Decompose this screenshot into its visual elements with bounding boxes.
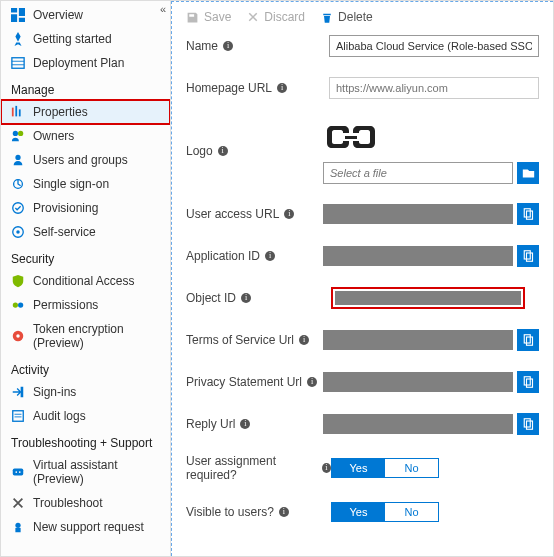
nav-virtual-assistant[interactable]: Virtual assistant (Preview) bbox=[1, 453, 170, 491]
homepage-input[interactable] bbox=[329, 77, 539, 99]
collapse-icon[interactable]: « bbox=[160, 3, 166, 15]
overview-icon bbox=[11, 8, 25, 22]
info-icon[interactable]: i bbox=[322, 463, 331, 473]
token-icon bbox=[11, 329, 25, 343]
nav-self-service[interactable]: Self-service bbox=[1, 220, 170, 244]
svg-point-24 bbox=[15, 523, 20, 528]
svg-rect-21 bbox=[13, 469, 24, 476]
svg-rect-30 bbox=[524, 335, 530, 343]
nav-label: New support request bbox=[33, 520, 144, 534]
svg-rect-5 bbox=[19, 109, 21, 116]
copy-button[interactable] bbox=[517, 371, 539, 393]
nav-new-support[interactable]: New support request bbox=[1, 515, 170, 539]
copy-button[interactable] bbox=[517, 245, 539, 267]
info-icon[interactable]: i bbox=[241, 293, 251, 303]
svg-point-13 bbox=[13, 302, 18, 307]
tos-value bbox=[323, 330, 513, 350]
nav-signins[interactable]: Sign-ins bbox=[1, 380, 170, 404]
plan-icon bbox=[11, 56, 25, 70]
user-access-label: User access URL bbox=[186, 207, 279, 221]
logo-preview bbox=[323, 118, 379, 156]
nav-users-groups[interactable]: Users and groups bbox=[1, 148, 170, 172]
logo-file-input[interactable] bbox=[323, 162, 513, 184]
info-icon[interactable]: i bbox=[277, 83, 287, 93]
info-icon[interactable]: i bbox=[240, 419, 250, 429]
svg-rect-32 bbox=[524, 377, 530, 385]
toggle-no[interactable]: No bbox=[385, 503, 438, 521]
nav-label: Getting started bbox=[33, 32, 112, 46]
svg-rect-33 bbox=[527, 379, 533, 387]
section-security: Security bbox=[1, 244, 170, 269]
privacy-value bbox=[323, 372, 513, 392]
nav-label: Permissions bbox=[33, 298, 98, 312]
info-icon[interactable]: i bbox=[307, 377, 317, 387]
svg-point-22 bbox=[15, 471, 17, 473]
nav-label: Self-service bbox=[33, 225, 96, 239]
properties-form: Namei Homepage URLi Logoi bbox=[172, 34, 553, 524]
nav-sso[interactable]: Single sign-on bbox=[1, 172, 170, 196]
copy-button[interactable] bbox=[517, 203, 539, 225]
svg-rect-0 bbox=[12, 58, 24, 69]
svg-rect-31 bbox=[527, 337, 533, 345]
app-id-label: Application ID bbox=[186, 249, 260, 263]
name-input[interactable] bbox=[329, 35, 539, 57]
privacy-label: Privacy Statement Url bbox=[186, 375, 302, 389]
assistant-icon bbox=[11, 465, 25, 479]
nav-conditional-access[interactable]: Conditional Access bbox=[1, 269, 170, 293]
user-access-value bbox=[323, 204, 513, 224]
svg-rect-25 bbox=[15, 528, 20, 532]
users-groups-icon bbox=[11, 153, 25, 167]
nav-deployment-plan[interactable]: Deployment Plan bbox=[1, 51, 170, 75]
toggle-yes[interactable]: Yes bbox=[332, 503, 385, 521]
nav-label: Properties bbox=[33, 105, 88, 119]
browse-button[interactable] bbox=[517, 162, 539, 184]
svg-point-8 bbox=[15, 155, 20, 160]
nav-permissions[interactable]: Permissions bbox=[1, 293, 170, 317]
nav-label: Token encryption (Preview) bbox=[33, 322, 162, 350]
toggle-no[interactable]: No bbox=[385, 459, 438, 477]
info-icon[interactable]: i bbox=[299, 335, 309, 345]
info-icon[interactable]: i bbox=[279, 507, 289, 517]
discard-button[interactable]: Discard bbox=[247, 10, 305, 24]
properties-icon bbox=[11, 105, 25, 119]
svg-point-23 bbox=[19, 471, 21, 473]
rocket-icon bbox=[11, 32, 25, 46]
save-button[interactable]: Save bbox=[186, 10, 231, 24]
nav-token-encryption[interactable]: Token encryption (Preview) bbox=[1, 317, 170, 355]
reply-value bbox=[323, 414, 513, 434]
audit-icon bbox=[11, 409, 25, 423]
nav-provisioning[interactable]: Provisioning bbox=[1, 196, 170, 220]
reply-label: Reply Url bbox=[186, 417, 235, 431]
nav-label: Overview bbox=[33, 8, 83, 22]
nav-properties[interactable]: Properties bbox=[1, 100, 170, 124]
svg-rect-27 bbox=[527, 211, 533, 219]
delete-button[interactable]: Delete bbox=[321, 10, 373, 24]
info-icon[interactable]: i bbox=[218, 146, 228, 156]
nav-overview[interactable]: Overview bbox=[1, 3, 170, 27]
support-icon bbox=[11, 520, 25, 534]
section-support: Troubleshooting + Support bbox=[1, 428, 170, 453]
copy-button[interactable] bbox=[517, 413, 539, 435]
main-panel: Save Discard Delete Namei Homepage URLi bbox=[171, 1, 553, 556]
nav-getting-started[interactable]: Getting started bbox=[1, 27, 170, 51]
delete-icon bbox=[321, 11, 333, 24]
object-id-highlight bbox=[331, 287, 525, 309]
info-icon[interactable]: i bbox=[284, 209, 294, 219]
copy-button[interactable] bbox=[517, 329, 539, 351]
toggle-yes[interactable]: Yes bbox=[332, 459, 385, 477]
nav-troubleshoot[interactable]: Troubleshoot bbox=[1, 491, 170, 515]
info-icon[interactable]: i bbox=[223, 41, 233, 51]
nav-label: Provisioning bbox=[33, 201, 98, 215]
nav-audit-logs[interactable]: Audit logs bbox=[1, 404, 170, 428]
nav-label: Troubleshoot bbox=[33, 496, 103, 510]
shield-icon bbox=[11, 274, 25, 288]
info-icon[interactable]: i bbox=[265, 251, 275, 261]
permissions-icon bbox=[11, 298, 25, 312]
assignment-toggle[interactable]: Yes No bbox=[331, 458, 439, 478]
section-activity: Activity bbox=[1, 355, 170, 380]
nav-owners[interactable]: Owners bbox=[1, 124, 170, 148]
name-label: Name bbox=[186, 39, 218, 53]
svg-point-14 bbox=[18, 302, 23, 307]
nav-label: Virtual assistant (Preview) bbox=[33, 458, 162, 486]
visible-toggle[interactable]: Yes No bbox=[331, 502, 439, 522]
